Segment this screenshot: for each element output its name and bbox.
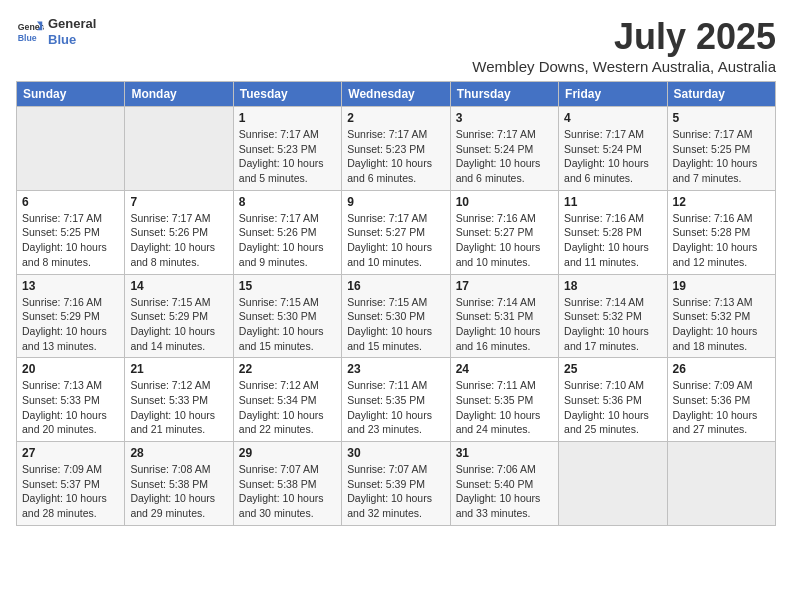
calendar-cell: 18Sunrise: 7:14 AM Sunset: 5:32 PM Dayli… (559, 274, 667, 358)
day-number: 30 (347, 446, 444, 460)
calendar-cell (125, 107, 233, 191)
day-number: 19 (673, 279, 770, 293)
day-number: 3 (456, 111, 553, 125)
day-info: Sunrise: 7:10 AM Sunset: 5:36 PM Dayligh… (564, 378, 661, 437)
day-number: 28 (130, 446, 227, 460)
day-number: 1 (239, 111, 336, 125)
weekday-header-row: SundayMondayTuesdayWednesdayThursdayFrid… (17, 82, 776, 107)
calendar-cell: 25Sunrise: 7:10 AM Sunset: 5:36 PM Dayli… (559, 358, 667, 442)
calendar-cell: 20Sunrise: 7:13 AM Sunset: 5:33 PM Dayli… (17, 358, 125, 442)
calendar-cell: 19Sunrise: 7:13 AM Sunset: 5:32 PM Dayli… (667, 274, 775, 358)
calendar-week-3: 13Sunrise: 7:16 AM Sunset: 5:29 PM Dayli… (17, 274, 776, 358)
day-number: 11 (564, 195, 661, 209)
calendar-cell (559, 442, 667, 526)
day-info: Sunrise: 7:17 AM Sunset: 5:26 PM Dayligh… (239, 211, 336, 270)
day-number: 23 (347, 362, 444, 376)
calendar-cell: 11Sunrise: 7:16 AM Sunset: 5:28 PM Dayli… (559, 190, 667, 274)
day-number: 9 (347, 195, 444, 209)
calendar-cell: 1Sunrise: 7:17 AM Sunset: 5:23 PM Daylig… (233, 107, 341, 191)
calendar-cell: 26Sunrise: 7:09 AM Sunset: 5:36 PM Dayli… (667, 358, 775, 442)
day-info: Sunrise: 7:12 AM Sunset: 5:34 PM Dayligh… (239, 378, 336, 437)
calendar-cell: 29Sunrise: 7:07 AM Sunset: 5:38 PM Dayli… (233, 442, 341, 526)
day-number: 18 (564, 279, 661, 293)
day-info: Sunrise: 7:16 AM Sunset: 5:29 PM Dayligh… (22, 295, 119, 354)
day-number: 22 (239, 362, 336, 376)
calendar-cell: 15Sunrise: 7:15 AM Sunset: 5:30 PM Dayli… (233, 274, 341, 358)
day-info: Sunrise: 7:12 AM Sunset: 5:33 PM Dayligh… (130, 378, 227, 437)
weekday-header-saturday: Saturday (667, 82, 775, 107)
calendar-cell: 21Sunrise: 7:12 AM Sunset: 5:33 PM Dayli… (125, 358, 233, 442)
day-info: Sunrise: 7:17 AM Sunset: 5:27 PM Dayligh… (347, 211, 444, 270)
day-number: 27 (22, 446, 119, 460)
logo-icon: General Blue (16, 18, 44, 46)
logo-text-line1: General (48, 16, 96, 32)
location-title: Wembley Downs, Western Australia, Austra… (472, 58, 776, 75)
day-number: 4 (564, 111, 661, 125)
calendar-cell: 3Sunrise: 7:17 AM Sunset: 5:24 PM Daylig… (450, 107, 558, 191)
weekday-header-thursday: Thursday (450, 82, 558, 107)
calendar-cell: 4Sunrise: 7:17 AM Sunset: 5:24 PM Daylig… (559, 107, 667, 191)
day-info: Sunrise: 7:07 AM Sunset: 5:38 PM Dayligh… (239, 462, 336, 521)
calendar-cell: 14Sunrise: 7:15 AM Sunset: 5:29 PM Dayli… (125, 274, 233, 358)
calendar-cell: 17Sunrise: 7:14 AM Sunset: 5:31 PM Dayli… (450, 274, 558, 358)
weekday-header-wednesday: Wednesday (342, 82, 450, 107)
calendar-week-1: 1Sunrise: 7:17 AM Sunset: 5:23 PM Daylig… (17, 107, 776, 191)
weekday-header-monday: Monday (125, 82, 233, 107)
day-number: 21 (130, 362, 227, 376)
calendar-table: SundayMondayTuesdayWednesdayThursdayFrid… (16, 81, 776, 526)
calendar-week-2: 6Sunrise: 7:17 AM Sunset: 5:25 PM Daylig… (17, 190, 776, 274)
calendar-cell: 30Sunrise: 7:07 AM Sunset: 5:39 PM Dayli… (342, 442, 450, 526)
calendar-header: SundayMondayTuesdayWednesdayThursdayFrid… (17, 82, 776, 107)
day-number: 6 (22, 195, 119, 209)
day-info: Sunrise: 7:08 AM Sunset: 5:38 PM Dayligh… (130, 462, 227, 521)
day-info: Sunrise: 7:17 AM Sunset: 5:24 PM Dayligh… (564, 127, 661, 186)
day-info: Sunrise: 7:13 AM Sunset: 5:33 PM Dayligh… (22, 378, 119, 437)
page-header: General Blue General Blue July 2025 Wemb… (16, 16, 776, 75)
day-info: Sunrise: 7:11 AM Sunset: 5:35 PM Dayligh… (347, 378, 444, 437)
day-number: 13 (22, 279, 119, 293)
calendar-cell: 27Sunrise: 7:09 AM Sunset: 5:37 PM Dayli… (17, 442, 125, 526)
calendar-cell: 23Sunrise: 7:11 AM Sunset: 5:35 PM Dayli… (342, 358, 450, 442)
day-info: Sunrise: 7:16 AM Sunset: 5:27 PM Dayligh… (456, 211, 553, 270)
day-number: 5 (673, 111, 770, 125)
calendar-body: 1Sunrise: 7:17 AM Sunset: 5:23 PM Daylig… (17, 107, 776, 526)
month-title: July 2025 (472, 16, 776, 58)
day-info: Sunrise: 7:11 AM Sunset: 5:35 PM Dayligh… (456, 378, 553, 437)
day-number: 20 (22, 362, 119, 376)
calendar-week-4: 20Sunrise: 7:13 AM Sunset: 5:33 PM Dayli… (17, 358, 776, 442)
day-number: 24 (456, 362, 553, 376)
day-number: 10 (456, 195, 553, 209)
calendar-cell: 24Sunrise: 7:11 AM Sunset: 5:35 PM Dayli… (450, 358, 558, 442)
weekday-header-tuesday: Tuesday (233, 82, 341, 107)
weekday-header-sunday: Sunday (17, 82, 125, 107)
calendar-cell: 6Sunrise: 7:17 AM Sunset: 5:25 PM Daylig… (17, 190, 125, 274)
day-number: 12 (673, 195, 770, 209)
logo: General Blue General Blue (16, 16, 96, 47)
day-info: Sunrise: 7:15 AM Sunset: 5:30 PM Dayligh… (239, 295, 336, 354)
day-number: 26 (673, 362, 770, 376)
calendar-cell: 10Sunrise: 7:16 AM Sunset: 5:27 PM Dayli… (450, 190, 558, 274)
calendar-cell: 28Sunrise: 7:08 AM Sunset: 5:38 PM Dayli… (125, 442, 233, 526)
calendar-cell (17, 107, 125, 191)
day-info: Sunrise: 7:17 AM Sunset: 5:23 PM Dayligh… (239, 127, 336, 186)
day-info: Sunrise: 7:17 AM Sunset: 5:24 PM Dayligh… (456, 127, 553, 186)
day-number: 16 (347, 279, 444, 293)
calendar-cell: 22Sunrise: 7:12 AM Sunset: 5:34 PM Dayli… (233, 358, 341, 442)
day-info: Sunrise: 7:16 AM Sunset: 5:28 PM Dayligh… (673, 211, 770, 270)
day-number: 8 (239, 195, 336, 209)
day-info: Sunrise: 7:15 AM Sunset: 5:29 PM Dayligh… (130, 295, 227, 354)
day-info: Sunrise: 7:06 AM Sunset: 5:40 PM Dayligh… (456, 462, 553, 521)
day-info: Sunrise: 7:13 AM Sunset: 5:32 PM Dayligh… (673, 295, 770, 354)
day-info: Sunrise: 7:14 AM Sunset: 5:31 PM Dayligh… (456, 295, 553, 354)
day-info: Sunrise: 7:09 AM Sunset: 5:36 PM Dayligh… (673, 378, 770, 437)
calendar-cell: 5Sunrise: 7:17 AM Sunset: 5:25 PM Daylig… (667, 107, 775, 191)
calendar-cell: 13Sunrise: 7:16 AM Sunset: 5:29 PM Dayli… (17, 274, 125, 358)
logo-text-line2: Blue (48, 32, 96, 48)
day-number: 14 (130, 279, 227, 293)
day-info: Sunrise: 7:17 AM Sunset: 5:26 PM Dayligh… (130, 211, 227, 270)
calendar-cell: 31Sunrise: 7:06 AM Sunset: 5:40 PM Dayli… (450, 442, 558, 526)
day-number: 29 (239, 446, 336, 460)
day-info: Sunrise: 7:15 AM Sunset: 5:30 PM Dayligh… (347, 295, 444, 354)
calendar-cell: 8Sunrise: 7:17 AM Sunset: 5:26 PM Daylig… (233, 190, 341, 274)
calendar-cell: 12Sunrise: 7:16 AM Sunset: 5:28 PM Dayli… (667, 190, 775, 274)
